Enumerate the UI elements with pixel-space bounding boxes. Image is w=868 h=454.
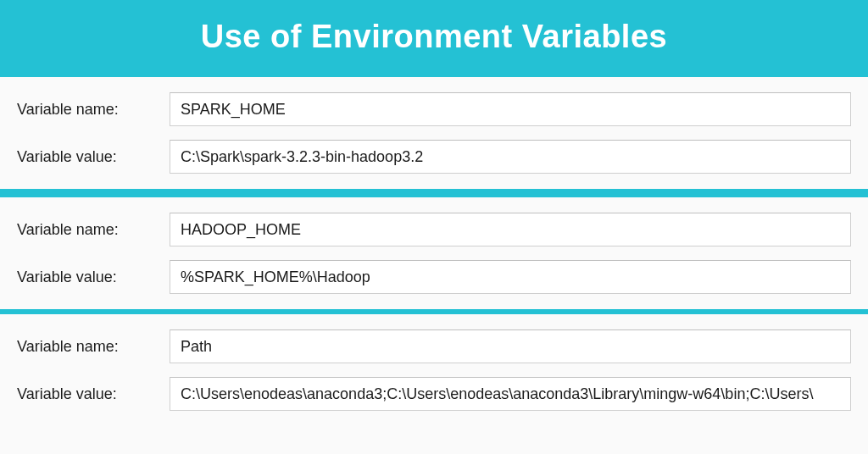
env-var-panel-spark-home: Variable name: Variable value: bbox=[0, 77, 868, 189]
variable-value-row: Variable value: bbox=[17, 140, 851, 174]
variable-value-input[interactable] bbox=[170, 260, 851, 294]
env-var-panel-path: Variable name: Variable value: bbox=[0, 314, 868, 426]
variable-value-label: Variable value: bbox=[17, 148, 170, 166]
variable-name-label: Variable name: bbox=[17, 101, 170, 119]
divider bbox=[0, 189, 868, 197]
variable-value-input[interactable] bbox=[170, 140, 851, 174]
variable-value-row: Variable value: bbox=[17, 377, 851, 411]
variable-value-input[interactable] bbox=[170, 377, 851, 411]
variable-name-label: Variable name: bbox=[17, 221, 170, 239]
variable-name-row: Variable name: bbox=[17, 329, 851, 363]
variable-name-input[interactable] bbox=[170, 213, 851, 246]
variable-value-label: Variable value: bbox=[17, 269, 170, 286]
page-title: Use of Environment Variables bbox=[0, 0, 868, 77]
variable-name-row: Variable name: bbox=[17, 213, 851, 246]
variable-name-label: Variable name: bbox=[17, 338, 170, 356]
variable-name-input[interactable] bbox=[170, 329, 851, 363]
env-var-panel-hadoop-home: Variable name: Variable value: bbox=[0, 197, 868, 309]
variable-name-input[interactable] bbox=[170, 92, 851, 126]
variable-name-row: Variable name: bbox=[17, 92, 851, 126]
variable-value-label: Variable value: bbox=[17, 385, 170, 403]
variable-value-row: Variable value: bbox=[17, 260, 851, 294]
